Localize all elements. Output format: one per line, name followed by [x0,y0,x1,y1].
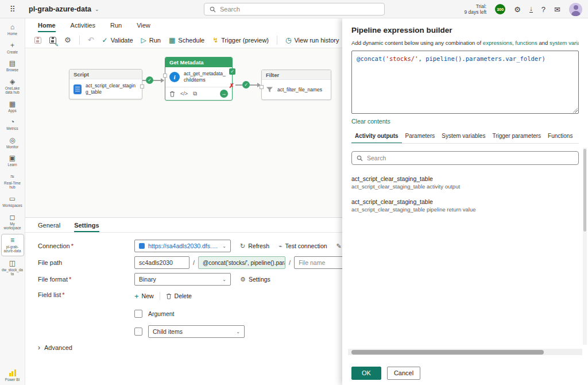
tab-run[interactable]: Run [110,22,122,32]
expression-builder-panel: Pipeline expression builder Add dynamic … [342,18,588,385]
horizontal-scrollbar[interactable] [348,349,582,355]
run-button[interactable]: ▷ Run [141,37,161,44]
sidebar-item-browse[interactable]: ▤ Browse [1,57,24,75]
refresh-button[interactable]: ↻ Refresh [240,242,269,250]
global-search[interactable] [204,3,385,16]
system-variables-link[interactable]: system variables [550,40,579,46]
save-as-button[interactable]: ✎ [49,37,56,44]
container-input[interactable] [134,256,189,269]
notification-badge[interactable]: 300 [495,4,505,14]
argument-checkbox[interactable] [134,310,142,318]
activity-node-filter[interactable]: Filter act_filter_file_names [261,70,331,100]
sidebar-item-pl-grab-azure-data[interactable]: ≡ pl-grab-azure-data [1,234,24,256]
activity-node-get-metadata[interactable]: Get Metadata i act_get_metadata_childite… [165,57,233,101]
code-view-icon[interactable]: </> [180,91,188,97]
required-asterisk: * [62,291,64,298]
expression-editor[interactable]: @concat('stocks/', pipeline().parameters… [351,51,579,114]
pipeline-settings-button[interactable]: ⚙ [64,36,71,44]
validate-button[interactable]: ✓ Validate [102,37,133,44]
success-port[interactable]: ✓ [229,68,235,75]
sidebar-item-label: dw_stock_data [2,268,24,276]
expressions-link[interactable]: expressions [483,40,512,46]
file-name-value[interactable] [299,259,339,266]
sidebar-item-real-time-hub[interactable]: ≈ Real-Time hub [1,171,24,192]
tab-system-variables[interactable]: System variables [438,133,489,144]
sidebar-item-metrics[interactable]: ◔ Metrics [1,116,24,133]
clear-contents-link[interactable]: Clear contents [351,118,390,125]
pipeline-title: pl-grab-azure-data [29,5,91,13]
sidebar-item-apps[interactable]: ▦ Apps [1,98,24,116]
feedback-icon[interactable]: ✉ [554,5,560,14]
tab-activity-outputs[interactable]: Activity outputs [351,133,402,144]
test-connection-button[interactable]: ⌁ Test connection [278,242,327,250]
sidebar-item-monitor[interactable]: ◎ Monitor [1,134,24,152]
tab-home[interactable]: Home [38,22,56,32]
child-items-dropdown[interactable]: Child items ⌄ [148,325,245,338]
required-asterisk: * [71,242,74,249]
fail-port-icon[interactable]: ✗ [229,83,234,89]
resize-handle[interactable] [572,107,578,113]
tab-activities[interactable]: Activities [71,22,95,32]
list-item[interactable]: act_script_clear_staging_table act_scrip… [351,198,579,213]
save-icon [34,37,41,44]
functions-link[interactable]: functions [515,40,537,46]
tab-variables[interactable]: Variables [576,133,579,144]
scrollbar-thumb[interactable] [351,350,544,355]
sidebar-item-create[interactable]: + Create [1,40,24,57]
sidebar-item-my-workspace[interactable]: ◻ My workspace [1,211,24,233]
directory-expression[interactable]: @concat('stocks/', pipeline().paramet... [198,256,285,269]
file-format-dropdown[interactable]: Binary ⌄ [134,273,231,286]
output-port[interactable] [140,84,144,88]
check-icon: ✓ [230,69,234,74]
new-field-button[interactable]: + New [134,292,154,300]
pipeline-title-menu[interactable]: pl-grab-azure-data ⌄ [29,0,99,18]
vertical-scrollbar[interactable] [583,148,587,345]
argument-row: Argument [134,307,245,320]
sidebar-item-workspaces[interactable]: ▭ Workspaces [1,193,24,210]
sidebar-item-home[interactable]: ⌂ Home [1,21,24,38]
app-launcher-button[interactable]: ⠿ [0,0,25,18]
file-name-input[interactable] [294,256,343,269]
download-icon[interactable]: ↓ [529,6,533,13]
search-input[interactable] [220,6,379,13]
trigger-preview-button[interactable]: ↯ Trigger (preview) [212,37,269,44]
list-item[interactable]: act_script_clear_staging_table act_scrip… [351,175,579,190]
copy-icon[interactable]: ⧉ [193,90,197,97]
tab-trigger-parameters[interactable]: Trigger parameters [489,133,544,144]
sidebar-item-dw-stock-data[interactable]: ◫ dw_stock_data [1,257,24,279]
tab-functions[interactable]: Functions [544,133,576,144]
scrollbar-thumb[interactable] [583,149,586,232]
sidebar-item-learn[interactable]: ▣ Learn [1,152,24,170]
help-icon[interactable]: ? [541,5,546,14]
expression-search[interactable] [351,151,579,165]
settings-gear-icon[interactable]: ⚙ [514,5,521,14]
add-activity-icon[interactable]: → [220,90,228,98]
format-settings-button[interactable]: ⚙ Settings [240,276,270,283]
activity-node-script[interactable]: Script act_script_clear_staging_table [69,69,142,99]
expression-search-input[interactable] [367,155,574,161]
tab-settings[interactable]: Settings [74,222,99,232]
delete-field-button[interactable]: Delete [166,292,192,299]
tab-parameters[interactable]: Parameters [402,133,439,144]
sidebar-item-onelake-data-hub[interactable]: ◈ OneLake data hub [1,76,24,97]
connection-dropdown[interactable]: https://sa4adls2030.dfs.core.wind... ⌄ [134,240,231,252]
connection-value: https://sa4adls2030.dfs.core.wind... [148,242,219,249]
sidebar-footer[interactable]: Power BI [5,369,20,382]
cancel-button[interactable]: Cancel [387,367,420,380]
ok-button[interactable]: OK [351,367,381,380]
view-run-history-button[interactable]: ◷ View run history [285,37,339,44]
container-value[interactable] [139,259,185,266]
input-port[interactable] [163,74,167,78]
tab-view[interactable]: View [137,22,150,32]
trash-icon[interactable] [169,91,175,97]
result-subtitle: act_script_clear_staging_table activity … [351,183,579,190]
save-button[interactable] [34,37,41,44]
tab-general[interactable]: General [38,222,60,232]
undo-button[interactable]: ↶ [88,36,94,44]
power-bi-label: Power BI [5,378,20,382]
input-port[interactable] [260,85,264,89]
account-avatar[interactable] [569,3,582,16]
schedule-button[interactable]: ▦ Schedule [169,37,204,44]
description-text: Add dynamic content below using any comb… [351,40,483,46]
child-items-checkbox[interactable] [134,328,142,336]
